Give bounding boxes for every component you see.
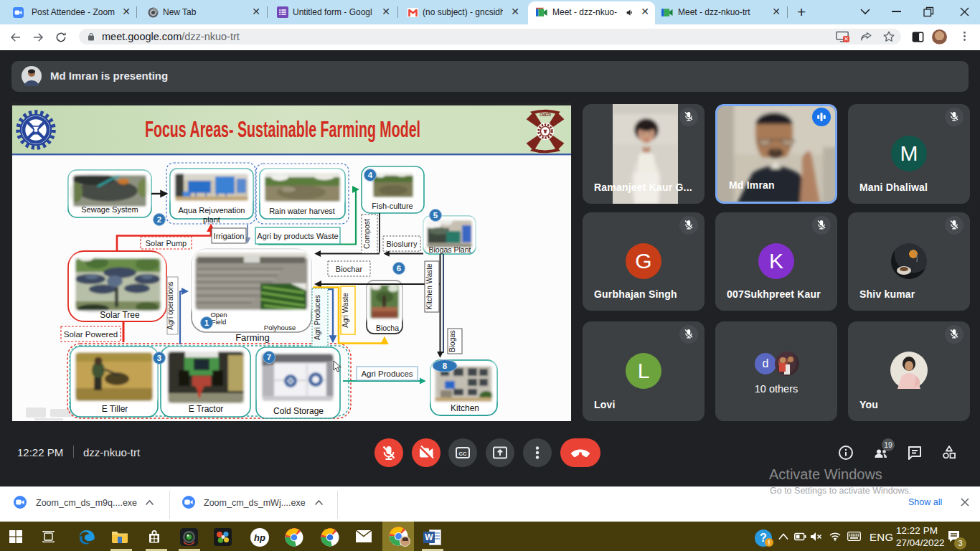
svg-text:Biocha: Biocha: [376, 324, 399, 332]
svg-text:Open: Open: [210, 311, 227, 319]
svg-text:Solar Tree: Solar Tree: [100, 310, 140, 320]
svg-text:E Tiller: E Tiller: [102, 404, 128, 414]
svg-text:Biogas: Biogas: [448, 330, 456, 352]
svg-text:Focus Areas- Sustainable Farmi: Focus Areas- Sustainable Farming Model: [145, 117, 420, 142]
svg-text:Cold Storage: Cold Storage: [273, 406, 324, 416]
svg-text:Sewage System: Sewage System: [81, 205, 138, 214]
svg-text:6: 6: [397, 264, 401, 273]
svg-text:2: 2: [157, 215, 161, 224]
svg-text:CMERI: CMERI: [540, 113, 551, 117]
svg-text:Kitchen: Kitchen: [451, 403, 479, 413]
svg-text:plant: plant: [203, 215, 220, 224]
svg-text:Agri operations: Agri operations: [166, 281, 174, 329]
svg-text:1: 1: [204, 319, 209, 327]
svg-text:8: 8: [443, 362, 448, 370]
svg-text:Solar Powered: Solar Powered: [64, 330, 118, 339]
svg-text:Bioslurry: Bioslurry: [387, 240, 418, 248]
svg-text:CC: CC: [459, 451, 467, 457]
svg-text:Compost: Compost: [362, 219, 371, 249]
svg-text:Agri by products Waste: Agri by products Waste: [257, 232, 338, 240]
svg-text:5: 5: [433, 211, 438, 220]
svg-text:Agri Produces: Agri Produces: [314, 295, 321, 340]
svg-text:Agri Waste: Agri Waste: [341, 293, 349, 328]
svg-text:Biogas Plant: Biogas Plant: [429, 245, 471, 254]
svg-text:Polyhouse: Polyhouse: [264, 324, 296, 331]
svg-text:Field: Field: [212, 318, 227, 326]
svg-text:Fish-culture: Fish-culture: [372, 202, 413, 210]
svg-text:E Tractor: E Tractor: [189, 404, 224, 414]
svg-text:Farming: Farming: [235, 332, 270, 343]
svg-text:Kitchen Waste: Kitchen Waste: [425, 263, 433, 310]
svg-text:3: 3: [157, 354, 161, 362]
svg-text:Solar Pump: Solar Pump: [146, 239, 187, 248]
svg-text:7: 7: [267, 353, 271, 362]
svg-text:4: 4: [368, 171, 373, 179]
svg-text:Biochar: Biochar: [336, 265, 363, 273]
svg-text:Irrigation: Irrigation: [214, 232, 245, 240]
svg-text:Agri Produces: Agri Produces: [361, 369, 413, 378]
svg-text:Aqua Rejuvenation: Aqua Rejuvenation: [179, 206, 245, 215]
svg-text:Rain water harvest: Rain water harvest: [269, 207, 335, 215]
